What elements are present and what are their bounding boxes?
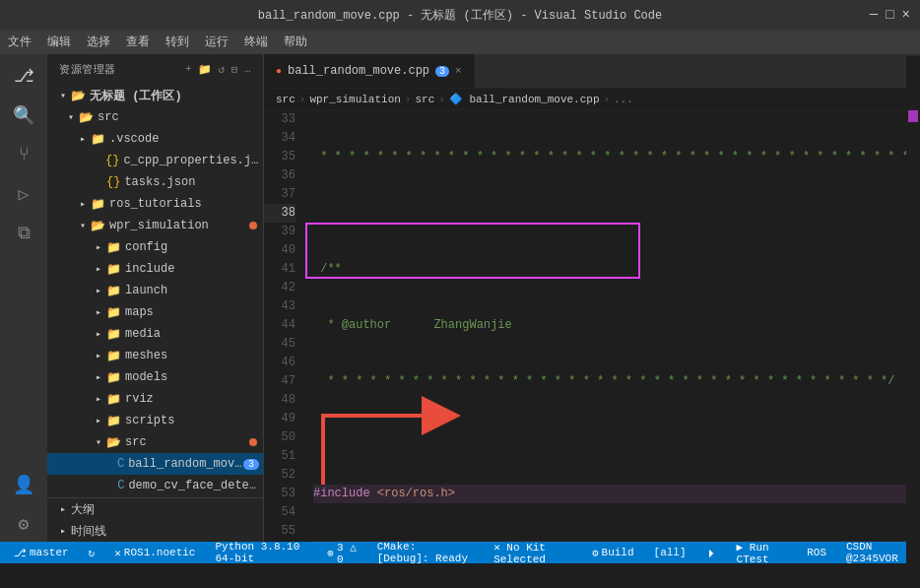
activity-explorer[interactable]: ⎇ [6, 58, 41, 94]
status-ros[interactable]: ROS [803, 542, 830, 563]
tree-vscode[interactable]: ▸ 📁 .vscode [47, 128, 263, 150]
tree-launch[interactable]: ▸ 📁 launch [47, 280, 263, 301]
title-bar: ball_random_move.cpp - 无标题 (工作区) - Visua… [0, 0, 920, 30]
menu-terminal[interactable]: 终端 [244, 33, 268, 50]
menu-view[interactable]: 查看 [126, 33, 150, 50]
workspace-label: 无标题 (工作区) [90, 88, 182, 104]
status-build[interactable]: ⚙ Build [588, 542, 638, 563]
close-icon[interactable]: × [902, 7, 910, 23]
sidebar-bottom: ▸ 大纲 ▸ 时间线 [47, 497, 263, 542]
tree-meshes[interactable]: ▸ 📁 meshes [47, 345, 263, 366]
ln-54: 54 [264, 503, 296, 522]
status-diagnostics[interactable]: ⊗ 3 △ 0 [323, 542, 361, 563]
sync-icon: ↻ [89, 547, 96, 559]
activity-accounts[interactable]: 👤 [6, 467, 41, 502]
tree-ros-tutorials[interactable]: ▸ 📁 ros_tutorials [47, 193, 263, 215]
launch-arrow: ▸ [91, 285, 106, 296]
status-bar: ⎇ master ↻ ✕ ROS1.noetic Python 3.8.10 6… [0, 542, 920, 563]
tab-dirty-icon: ● [276, 66, 282, 77]
menu-edit[interactable]: 编辑 [47, 33, 71, 50]
activity-search[interactable]: 🔍 [6, 98, 41, 133]
breadcrumb-src[interactable]: src [276, 94, 296, 105]
workspace-arrow: ▾ [55, 90, 71, 101]
line-numbers: 33 34 35 36 37 38 39 40 41 42 43 44 45 4… [264, 110, 305, 542]
include-label: include [125, 262, 174, 276]
tree-media[interactable]: ▸ 📁 media [47, 323, 263, 345]
activity-extensions[interactable]: ⧉ [6, 216, 41, 251]
tree-demo-face[interactable]: ▸ C demo_cv_face_detect.cpp [47, 475, 263, 496]
tree-tasks[interactable]: ▸ {} tasks.json [47, 171, 263, 193]
status-python[interactable]: Python 3.8.10 64-bit [211, 542, 311, 563]
outline-item[interactable]: ▸ 大纲 [47, 498, 263, 520]
window-controls: ─ □ × [870, 7, 910, 23]
ln-34: 34 [264, 129, 296, 148]
ln-45: 45 [264, 335, 296, 354]
tab-ball-random[interactable]: ● ball_random_move.cpp 3 × [264, 54, 475, 88]
breadcrumb-src2[interactable]: src [415, 94, 434, 105]
refresh-icon[interactable]: ↺ [219, 63, 226, 76]
tree-rviz[interactable]: ▸ 📁 rviz [47, 388, 263, 410]
status-csdn[interactable]: CSDN @2345VOR [842, 542, 910, 563]
tree-wpr[interactable]: ▾ 📂 wpr_simulation [47, 215, 263, 236]
menu-help[interactable]: 帮助 [284, 33, 307, 50]
menu-select[interactable]: 选择 [87, 33, 110, 50]
workspace-item[interactable]: ▾ 📂 无标题 (工作区) [47, 85, 263, 106]
src-nested-arrow: ▾ [91, 436, 106, 448]
sep1: › [299, 94, 306, 105]
ln-49: 49 [264, 410, 296, 428]
sidebar: 资源管理器 + 📁 ↺ ⊟ … ▾ 📂 无标题 (工作区) ▾ 📂 src [47, 54, 264, 542]
launch-label: launch [125, 284, 167, 297]
breadcrumb-file[interactable]: 🔷 ball_random_move.cpp [449, 93, 600, 105]
code-line-35: /** [313, 260, 920, 279]
breadcrumb-wpr[interactable]: wpr_simulation [309, 94, 400, 105]
tree-maps[interactable]: ▸ 📁 maps [47, 301, 263, 323]
status-run-ctest[interactable]: [all] [650, 542, 690, 563]
tree-src-nested[interactable]: ▾ 📂 src [47, 431, 263, 453]
c-cpp-label: c_cpp_properties.json [123, 154, 263, 167]
tree-include[interactable]: ▸ 📁 include [47, 258, 263, 280]
activity-run[interactable]: ▷ [6, 176, 41, 212]
status-no-kit[interactable]: ✕ No Kit Selected [490, 542, 576, 563]
tree-ball-random[interactable]: ▸ C ball_random_move.cpp 3 [47, 453, 263, 475]
more-icon[interactable]: … [244, 63, 251, 76]
collapse-icon[interactable]: ⊟ [231, 63, 238, 76]
tree-scripts[interactable]: ▸ 📁 scripts [47, 410, 263, 431]
tab-close-icon[interactable]: × [455, 65, 462, 77]
activity-source-control[interactable]: ⑂ [6, 137, 41, 172]
ln-46: 46 [264, 354, 296, 372]
new-folder-icon[interactable]: 📁 [198, 63, 213, 76]
menu-go[interactable]: 转到 [165, 33, 189, 50]
menu-file[interactable]: 文件 [8, 33, 32, 50]
status-run-ctest-label[interactable]: ▶ Run CTest [733, 542, 792, 563]
folder-icon5: 📁 [106, 240, 121, 255]
code-content[interactable]: * * * * * * * * * * * * * * * * * * * * … [305, 110, 920, 542]
config-label: config [125, 240, 167, 254]
activity-settings[interactable]: ⚙ [6, 506, 41, 542]
status-cmake[interactable]: CMake: [Debug]: Ready [373, 542, 479, 563]
diag-icon: ⊗ [327, 547, 334, 559]
maximize-icon[interactable]: □ [886, 7, 893, 23]
code-line-37: * * * * * * * * * * * * * * * * * * * * … [313, 372, 920, 391]
runctest-icon: [all] [654, 547, 687, 558]
status-play[interactable]: ⏵ [702, 542, 721, 563]
tree-models[interactable]: ▸ 📁 models [47, 366, 263, 388]
new-file-icon[interactable]: + [185, 63, 192, 76]
minimap [906, 56, 920, 542]
tab-label: ball_random_move.cpp [288, 64, 429, 78]
menu-run[interactable]: 运行 [205, 33, 229, 50]
breadcrumb-more[interactable]: ... [614, 94, 633, 105]
json-icon2: {} [106, 175, 120, 189]
status-errors[interactable]: ✕ ROS1.noetic [110, 542, 199, 563]
tree-config[interactable]: ▸ 📁 config [47, 236, 263, 258]
status-branch[interactable]: ⎇ master [10, 542, 73, 563]
code-editor[interactable]: 33 34 35 36 37 38 39 40 41 42 43 44 45 4… [264, 110, 920, 542]
scrollbar-area[interactable] [906, 56, 920, 542]
minimize-icon[interactable]: ─ [870, 7, 878, 23]
timeline-item[interactable]: ▸ 时间线 [47, 520, 263, 542]
code-line-34 [313, 204, 920, 223]
tree-c-cpp[interactable]: ▸ {} c_cpp_properties.json [47, 150, 263, 171]
ros-label: ROS [807, 547, 826, 558]
status-sync[interactable]: ↻ [85, 542, 99, 563]
tree-src-root[interactable]: ▾ 📂 src [47, 106, 263, 128]
media-arrow: ▸ [91, 328, 106, 340]
